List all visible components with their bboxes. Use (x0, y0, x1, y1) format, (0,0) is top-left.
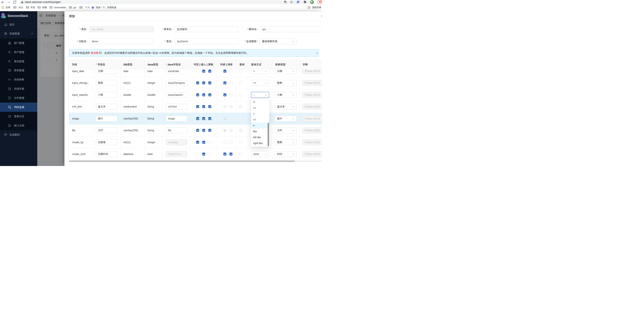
svg-text:du: du (92, 8, 93, 9)
svg-text:文: 文 (286, 2, 287, 4)
